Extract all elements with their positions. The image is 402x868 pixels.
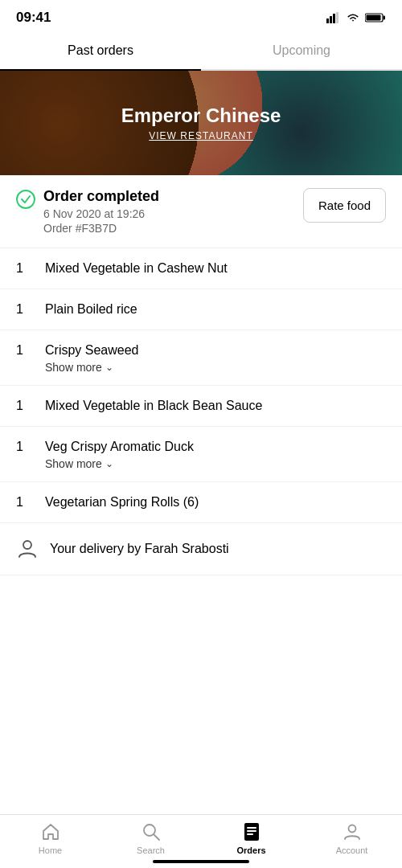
svg-point-14 bbox=[348, 825, 355, 833]
wifi-icon bbox=[346, 12, 360, 23]
status-icons bbox=[326, 12, 386, 23]
restaurant-banner: Emperor Chinese VIEW RESTAURANT bbox=[0, 71, 402, 175]
item-name: Crispy Seaweed bbox=[45, 343, 139, 358]
item-name: Plain Boiled rice bbox=[45, 302, 137, 317]
show-more-2[interactable]: Show more ⌄ bbox=[0, 457, 402, 482]
tab-past-orders[interactable]: Past orders bbox=[0, 32, 201, 69]
battery-icon bbox=[365, 12, 386, 23]
completed-icon bbox=[16, 190, 35, 209]
svg-rect-6 bbox=[367, 15, 381, 21]
item-name: Vegetarian Spring Rolls (6) bbox=[45, 495, 199, 510]
signal-icon bbox=[326, 12, 341, 23]
nav-home-label: Home bbox=[39, 845, 62, 855]
nav-orders-label: Orders bbox=[236, 845, 265, 855]
item-qty: 1 bbox=[16, 261, 32, 276]
item-qty: 1 bbox=[16, 343, 32, 358]
svg-rect-13 bbox=[247, 833, 253, 835]
search-icon bbox=[141, 821, 162, 842]
chevron-down-icon-1: ⌄ bbox=[105, 362, 113, 373]
order-item-2: 1 Plain Boiled rice bbox=[0, 289, 402, 330]
svg-rect-1 bbox=[330, 16, 332, 23]
show-more-label-1: Show more bbox=[45, 361, 102, 374]
restaurant-name: Emperor Chinese bbox=[121, 104, 281, 127]
delivery-text: Your delivery by Farah Srabosti bbox=[50, 542, 229, 556]
order-item-5: 1 Veg Crispy Aromatic Duck bbox=[0, 427, 402, 457]
view-restaurant-link[interactable]: VIEW RESTAURANT bbox=[149, 130, 252, 141]
nav-home[interactable]: Home bbox=[0, 821, 100, 868]
item-qty: 1 bbox=[16, 399, 32, 413]
order-status-title: Order completed bbox=[43, 188, 159, 205]
item-name: Mixed Vegetable in Black Bean Sauce bbox=[45, 399, 262, 413]
show-more-1[interactable]: Show more ⌄ bbox=[0, 361, 402, 386]
svg-rect-11 bbox=[247, 827, 256, 829]
item-name: Veg Crispy Aromatic Duck bbox=[45, 440, 194, 454]
nav-account[interactable]: Account bbox=[302, 821, 402, 868]
item-qty: 1 bbox=[16, 495, 32, 510]
nav-search-label: Search bbox=[137, 845, 165, 855]
home-icon bbox=[40, 821, 61, 842]
status-bar: 09:41 bbox=[0, 0, 402, 32]
home-indicator bbox=[153, 860, 249, 863]
svg-rect-0 bbox=[326, 18, 329, 23]
rate-food-button[interactable]: Rate food bbox=[303, 188, 386, 223]
item-name: Mixed Vegetable in Cashew Nut bbox=[45, 261, 228, 276]
svg-point-7 bbox=[23, 541, 31, 549]
order-status-left: Order completed 6 Nov 2020 at 19:26 Orde… bbox=[16, 188, 159, 235]
svg-rect-12 bbox=[247, 830, 256, 832]
delivery-row: Your delivery by Farah Srabosti bbox=[0, 523, 402, 575]
chevron-down-icon-2: ⌄ bbox=[105, 458, 113, 469]
order-item-4: 1 Mixed Vegetable in Black Bean Sauce bbox=[0, 386, 402, 427]
item-qty: 1 bbox=[16, 440, 32, 454]
show-more-label-2: Show more bbox=[45, 457, 102, 470]
tab-upcoming[interactable]: Upcoming bbox=[201, 32, 402, 69]
order-item-3: 1 Crispy Seaweed bbox=[0, 330, 402, 361]
order-item-1: 1 Mixed Vegetable in Cashew Nut bbox=[0, 248, 402, 289]
order-section: Order completed 6 Nov 2020 at 19:26 Orde… bbox=[0, 175, 402, 248]
status-time: 09:41 bbox=[16, 10, 51, 26]
tabs: Past orders Upcoming bbox=[0, 32, 402, 71]
order-date: 6 Nov 2020 at 19:26 bbox=[43, 207, 159, 220]
orders-icon bbox=[241, 821, 262, 842]
item-qty: 1 bbox=[16, 302, 32, 317]
order-id: Order #F3B7D bbox=[43, 222, 159, 235]
svg-rect-3 bbox=[336, 12, 338, 23]
person-icon bbox=[16, 538, 39, 560]
svg-rect-5 bbox=[384, 16, 386, 20]
account-icon bbox=[342, 821, 363, 842]
nav-account-label: Account bbox=[336, 845, 368, 855]
svg-line-9 bbox=[154, 835, 159, 841]
svg-rect-2 bbox=[333, 14, 335, 23]
order-item-6: 1 Vegetarian Spring Rolls (6) bbox=[0, 482, 402, 523]
